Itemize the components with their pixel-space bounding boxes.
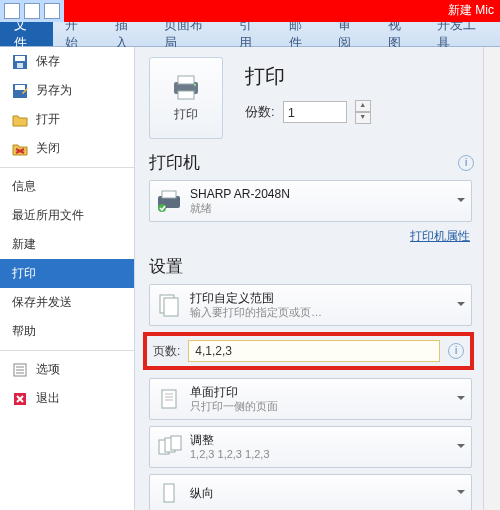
copies-spinner[interactable]: ▲▼ bbox=[355, 100, 371, 124]
sidebar-label: 新建 bbox=[12, 236, 36, 253]
sidebar-item-recent[interactable]: 最近所用文件 bbox=[0, 201, 134, 230]
sidebar-item-print[interactable]: 打印 bbox=[0, 259, 134, 288]
qat-icon[interactable] bbox=[44, 3, 60, 19]
printer-name: SHARP AR-2048N bbox=[190, 187, 290, 201]
tab-view[interactable]: 视图 bbox=[376, 22, 425, 46]
svg-point-15 bbox=[194, 84, 196, 86]
options-icon bbox=[12, 362, 28, 378]
chevron-down-icon bbox=[457, 198, 465, 206]
collate-sub: 1,2,3 1,2,3 1,2,3 bbox=[190, 447, 270, 461]
range-main: 打印自定义范围 bbox=[190, 291, 322, 305]
backstage-sidebar: 保存 另存为 打开 关闭 信息 最近所用文件 新建 打印 保存并发送 帮助 选项… bbox=[0, 47, 134, 510]
printer-dropdown[interactable]: SHARP AR-2048N 就绪 bbox=[149, 180, 472, 222]
collate-icon bbox=[156, 434, 182, 460]
sidebar-label: 帮助 bbox=[12, 323, 36, 340]
exit-icon bbox=[12, 391, 28, 407]
title-bar: 新建 Mic bbox=[0, 0, 500, 22]
open-icon bbox=[12, 112, 28, 128]
pages-highlight-box: 页数: 4,1,2,3 i bbox=[143, 332, 474, 370]
chevron-down-icon bbox=[457, 396, 465, 404]
sidebar-item-save[interactable]: 保存 bbox=[0, 47, 134, 76]
saveas-icon bbox=[12, 83, 28, 99]
svg-rect-13 bbox=[178, 76, 194, 84]
svg-rect-4 bbox=[15, 85, 25, 90]
file-tab[interactable]: 文件 bbox=[0, 22, 53, 46]
sidebar-label: 选项 bbox=[36, 361, 60, 378]
window-title: 新建 Mic bbox=[448, 2, 494, 19]
settings-section-title: 设置 bbox=[149, 255, 494, 278]
sidebar-item-help[interactable]: 帮助 bbox=[0, 317, 134, 346]
single-side-icon bbox=[156, 386, 182, 412]
print-pane: 打印 打印 份数: 1 ▲▼ 打印机 i SHARP AR-2048N 就绪 bbox=[134, 47, 500, 510]
sidebar-item-options[interactable]: 选项 bbox=[0, 355, 134, 384]
portrait-icon bbox=[156, 480, 182, 506]
svg-rect-1 bbox=[15, 56, 25, 61]
sidebar-label: 保存 bbox=[36, 53, 60, 70]
collate-main: 调整 bbox=[190, 433, 270, 447]
quick-access-toolbar bbox=[0, 0, 64, 22]
svg-rect-21 bbox=[162, 390, 176, 408]
tab-review[interactable]: 审阅 bbox=[326, 22, 375, 46]
orientation-dropdown[interactable]: 纵向 bbox=[149, 474, 472, 510]
print-button-label: 打印 bbox=[174, 106, 198, 123]
sidebar-label: 打开 bbox=[36, 111, 60, 128]
sidebar-label: 最近所用文件 bbox=[12, 207, 84, 224]
page-range-icon bbox=[156, 292, 182, 318]
sidebar-label: 保存并发送 bbox=[12, 294, 72, 311]
print-button[interactable]: 打印 bbox=[149, 57, 223, 139]
svg-rect-17 bbox=[162, 191, 176, 198]
sidebar-label: 退出 bbox=[36, 390, 60, 407]
svg-rect-28 bbox=[164, 484, 174, 502]
sidebar-label: 信息 bbox=[12, 178, 36, 195]
save-icon bbox=[12, 54, 28, 70]
pages-label: 页数: bbox=[153, 343, 180, 360]
sidebar-item-save-send[interactable]: 保存并发送 bbox=[0, 288, 134, 317]
close-icon bbox=[12, 141, 28, 157]
sidebar-item-close[interactable]: 关闭 bbox=[0, 134, 134, 163]
printer-device-icon bbox=[156, 188, 182, 214]
duplex-sub: 只打印一侧的页面 bbox=[190, 399, 278, 413]
range-sub: 输入要打印的指定页或页… bbox=[190, 305, 322, 319]
svg-rect-20 bbox=[164, 298, 178, 316]
sidebar-item-new[interactable]: 新建 bbox=[0, 230, 134, 259]
sidebar-label: 打印 bbox=[12, 265, 36, 282]
tab-developer[interactable]: 开发工具 bbox=[425, 22, 500, 46]
chevron-down-icon bbox=[457, 302, 465, 310]
printer-status: 就绪 bbox=[190, 201, 290, 215]
chevron-down-icon bbox=[457, 490, 465, 498]
print-range-dropdown[interactable]: 打印自定义范围 输入要打印的指定页或页… bbox=[149, 284, 472, 326]
collate-dropdown[interactable]: 调整 1,2,3 1,2,3 1,2,3 bbox=[149, 426, 472, 468]
info-icon[interactable]: i bbox=[448, 343, 464, 359]
pages-input[interactable]: 4,1,2,3 bbox=[188, 340, 440, 362]
sidebar-item-exit[interactable]: 退出 bbox=[0, 384, 134, 413]
printer-section-title: 打印机 i bbox=[149, 151, 494, 174]
sidebar-label: 关闭 bbox=[36, 140, 60, 157]
duplex-dropdown[interactable]: 单面打印 只打印一侧的页面 bbox=[149, 378, 472, 420]
tab-mail[interactable]: 邮件 bbox=[277, 22, 326, 46]
tab-insert[interactable]: 插入 bbox=[103, 22, 152, 46]
print-heading: 打印 bbox=[245, 63, 371, 90]
svg-rect-27 bbox=[171, 436, 181, 450]
tab-layout[interactable]: 页面布局 bbox=[152, 22, 227, 46]
printer-properties-link[interactable]: 打印机属性 bbox=[149, 228, 470, 245]
copies-input[interactable]: 1 bbox=[283, 101, 347, 123]
orientation-main: 纵向 bbox=[190, 486, 214, 500]
chevron-down-icon bbox=[457, 444, 465, 452]
sidebar-item-info[interactable]: 信息 bbox=[0, 172, 134, 201]
printer-icon bbox=[170, 74, 202, 100]
info-icon[interactable]: i bbox=[458, 155, 474, 171]
sidebar-item-open[interactable]: 打开 bbox=[0, 105, 134, 134]
tab-references[interactable]: 引用 bbox=[227, 22, 276, 46]
sidebar-item-saveas[interactable]: 另存为 bbox=[0, 76, 134, 105]
qat-icon[interactable] bbox=[4, 3, 20, 19]
sidebar-label: 另存为 bbox=[36, 82, 72, 99]
qat-icon[interactable] bbox=[24, 3, 40, 19]
ribbon-tabs: 文件 开始 插入 页面布局 引用 邮件 审阅 视图 开发工具 bbox=[0, 22, 500, 47]
copies-label: 份数: bbox=[245, 103, 275, 121]
duplex-main: 单面打印 bbox=[190, 385, 278, 399]
svg-rect-14 bbox=[178, 91, 194, 99]
svg-rect-2 bbox=[17, 63, 23, 68]
tab-home[interactable]: 开始 bbox=[53, 22, 102, 46]
